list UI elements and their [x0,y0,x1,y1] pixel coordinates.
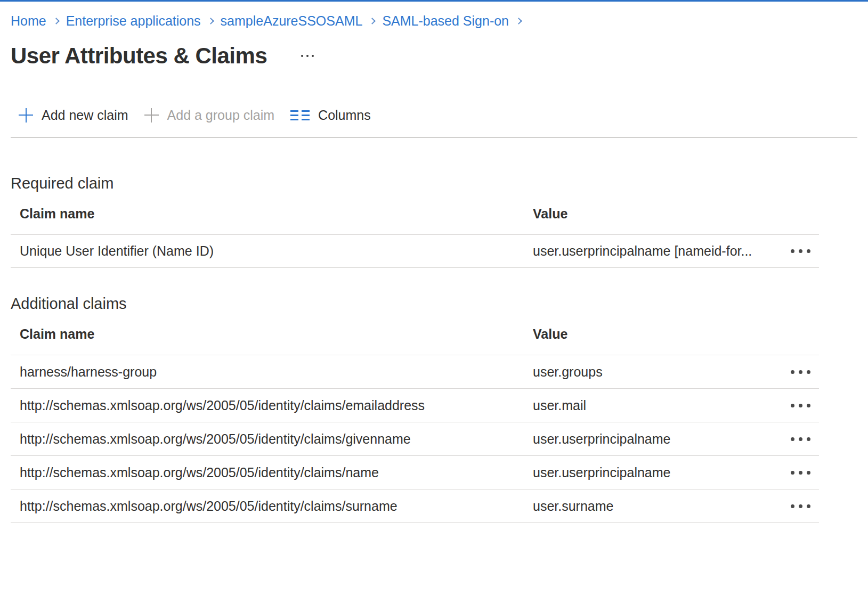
toolbar-divider [11,137,857,138]
breadcrumb-link-1[interactable]: Enterprise applications [66,13,201,29]
claim-value-cell: user.groups [533,364,763,380]
column-header-value: Value [533,326,763,342]
claim-table-row: http://schemas.xmlsoap.org/ws/2005/05/id… [11,456,819,489]
ellipsis-icon [301,55,303,57]
claim-value-cell: user.surname [533,499,763,514]
ellipsis-icon [791,437,810,441]
add-group-claim-button[interactable]: Add a group claim [136,103,283,127]
additional-claims-heading: Additional claims [11,293,857,314]
table-header-row: Claim name Value [11,314,819,355]
breadcrumb: HomeEnterprise applicationssampleAzureSS… [11,13,857,29]
claim-value-cell: user.userprincipalname [nameid-for... [533,243,763,259]
row-context-menu-button[interactable] [785,365,819,379]
ellipsis-icon [791,504,810,508]
claim-name-cell: http://schemas.xmlsoap.org/ws/2005/05/id… [11,499,533,514]
additional-claims-rows: harness/harness-group user.groups http:/… [11,355,819,523]
ellipsis-icon [791,404,810,407]
row-context-menu-button[interactable] [785,499,819,513]
claim-name-cell: http://schemas.xmlsoap.org/ws/2005/05/id… [11,398,533,413]
claim-table-row: harness/harness-group user.groups [11,355,819,389]
claim-value-cell: user.userprincipalname [533,465,763,480]
command-bar: Add new claim Add a group claim Columns [11,103,857,127]
required-claim-heading: Required claim [11,173,857,193]
claim-table-row: http://schemas.xmlsoap.org/ws/2005/05/id… [11,389,819,422]
claim-table-row: http://schemas.xmlsoap.org/ws/2005/05/id… [11,422,819,456]
additional-claims-table: Claim name Value harness/harness-group u… [11,314,819,523]
plus-icon [19,108,33,123]
claim-name-cell: harness/harness-group [11,364,533,380]
claim-name-cell: http://schemas.xmlsoap.org/ws/2005/05/id… [11,465,533,480]
row-context-menu-button[interactable] [785,398,819,413]
claim-table-row: http://schemas.xmlsoap.org/ws/2005/05/id… [11,489,819,523]
breadcrumb-separator-icon [369,18,376,25]
additional-claims-section: Additional claims Claim name Value harne… [11,293,857,523]
add-new-claim-button[interactable]: Add new claim [11,103,136,127]
breadcrumb-link-2[interactable]: sampleAzureSSOSAML [221,13,363,29]
table-header-row: Claim name Value [11,193,819,235]
page-title: User Attributes & Claims [11,43,267,68]
row-context-menu-button[interactable] [785,466,819,480]
column-header-value: Value [533,206,763,222]
page-context-menu-button[interactable] [298,51,317,61]
breadcrumb-link-0[interactable]: Home [11,13,46,29]
ellipsis-icon [791,249,810,253]
required-claim-rows: Unique User Identifier (Name ID) user.us… [11,235,819,268]
ellipsis-icon [791,471,810,475]
required-claim-table: Claim name Value Unique User Identifier … [11,193,819,268]
breadcrumb-link-3[interactable]: SAML-based Sign-on [382,13,509,29]
claim-value-cell: user.userprincipalname [533,431,763,447]
breadcrumb-separator-icon [53,18,60,25]
plus-icon [144,108,159,123]
column-header-claim-name: Claim name [11,326,533,342]
breadcrumb-separator-icon [207,18,214,25]
column-header-claim-name: Claim name [11,206,533,222]
title-row: User Attributes & Claims [11,43,857,68]
top-accent-bar [0,0,868,2]
columns-icon [290,110,310,120]
claim-value-cell: user.mail [533,398,763,413]
breadcrumb-separator-icon [515,18,522,25]
claim-table-row: Unique User Identifier (Name ID) user.us… [11,235,819,268]
claim-name-cell: Unique User Identifier (Name ID) [11,243,533,259]
columns-button[interactable]: Columns [282,103,379,127]
row-context-menu-button[interactable] [785,244,819,258]
user-attributes-claims-page: HomeEnterprise applicationssampleAzureSS… [0,13,868,523]
claim-name-cell: http://schemas.xmlsoap.org/ws/2005/05/id… [11,431,533,447]
ellipsis-icon [791,370,810,374]
row-context-menu-button[interactable] [785,432,819,446]
required-claim-section: Required claim Claim name Value Unique U… [11,173,857,268]
